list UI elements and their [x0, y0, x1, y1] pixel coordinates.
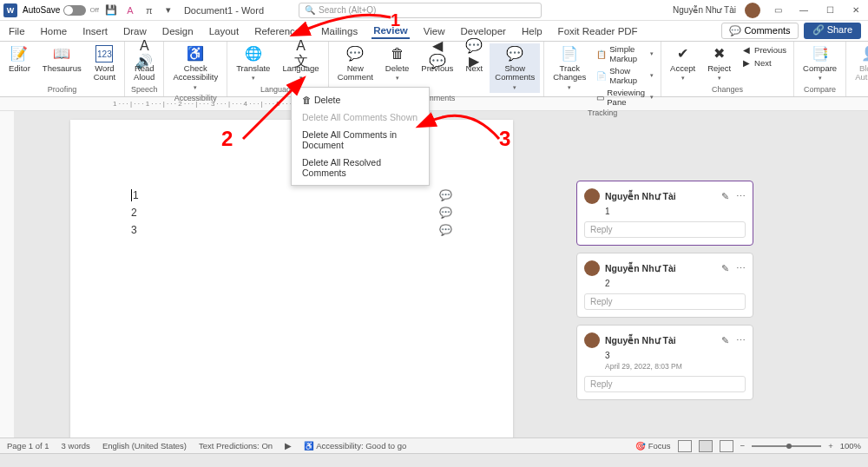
- tab-help[interactable]: Help: [520, 24, 544, 38]
- autosave-toggle[interactable]: AutoSave Off: [23, 5, 99, 16]
- comment-indicator-icon[interactable]: 💬: [439, 224, 452, 236]
- print-layout-icon[interactable]: [699, 440, 713, 452]
- vertical-ruler[interactable]: [0, 111, 14, 454]
- zoom-level[interactable]: 100%: [840, 441, 861, 451]
- save-icon[interactable]: 💾: [104, 3, 118, 17]
- language-icon: A文: [293, 45, 310, 62]
- more-icon[interactable]: ⋯: [736, 335, 746, 346]
- qat-dropdown-icon[interactable]: ▾: [161, 3, 175, 17]
- comment-author: Nguyễn Như Tài: [605, 335, 676, 345]
- edit-icon[interactable]: ✎: [721, 335, 729, 346]
- block-authors-button[interactable]: 👤Block Authors: [850, 43, 868, 84]
- accessibility-icon: ♿: [187, 45, 204, 62]
- maximize-icon[interactable]: ☐: [821, 2, 838, 19]
- tab-developer[interactable]: Developer: [459, 24, 508, 38]
- focus-mode-button[interactable]: 🎯 Focus: [635, 441, 671, 451]
- language-button[interactable]: A文Language▾: [277, 43, 324, 83]
- accessibility-button[interactable]: ♿Check Accessibility▾: [168, 43, 223, 93]
- avatar: [584, 188, 600, 204]
- delete-item[interactable]: 🗑 Delete: [292, 91, 429, 109]
- predictions-status[interactable]: Text Predictions: On: [199, 441, 273, 451]
- comment-card[interactable]: Nguyễn Như Tài✎⋯ 2 Reply: [576, 253, 753, 318]
- search-input[interactable]: 🔍 Search (Alt+Q): [299, 3, 542, 18]
- tab-references[interactable]: References: [253, 24, 307, 38]
- reply-input[interactable]: Reply: [584, 376, 746, 392]
- accessibility-status[interactable]: ♿ Accessibility: Good to go: [304, 441, 406, 451]
- show-markup-button[interactable]: 📄Show Markup ▾: [593, 65, 657, 86]
- edit-icon[interactable]: ✎: [721, 191, 729, 202]
- tab-review[interactable]: Review: [372, 23, 410, 39]
- editor-button[interactable]: 📝Editor: [3, 43, 36, 75]
- track-changes-button[interactable]: 📄Track Changes▾: [548, 43, 591, 93]
- user-name[interactable]: Nguyễn Như Tài: [673, 5, 736, 15]
- status-bar: Page 1 of 1 3 words English (United Stat…: [0, 437, 868, 453]
- translate-button[interactable]: 🌐Translate▾: [231, 43, 275, 83]
- previous-comment-button[interactable]: ◀💬Previous: [416, 43, 458, 75]
- speaker-icon: A🔊: [135, 45, 153, 62]
- previous-icon: ◀💬: [429, 45, 446, 62]
- next-comment-button[interactable]: 💬▶Next: [460, 43, 488, 75]
- language-status[interactable]: English (United States): [102, 441, 187, 451]
- word-count-status[interactable]: 3 words: [62, 441, 90, 451]
- ribbon-options-icon[interactable]: ▭: [769, 2, 786, 19]
- accept-button[interactable]: ✔Accept▾: [665, 43, 700, 83]
- autosave-label: AutoSave: [23, 5, 60, 15]
- reviewing-pane-button[interactable]: ▭Reviewing Pane ▾: [593, 87, 657, 108]
- edit-icon[interactable]: ✎: [721, 263, 729, 274]
- web-layout-icon[interactable]: [720, 440, 733, 452]
- tab-design[interactable]: Design: [161, 24, 195, 38]
- markup-selector[interactable]: 📋Simple Markup ▾: [593, 43, 657, 64]
- read-mode-icon[interactable]: [678, 440, 692, 452]
- tab-layout[interactable]: Layout: [207, 24, 241, 38]
- share-button[interactable]: 🔗 Share: [804, 23, 861, 39]
- tab-home[interactable]: Home: [39, 24, 69, 38]
- next-change-icon: ▶: [741, 57, 752, 68]
- comment-card[interactable]: Nguyễn Như Tài✎⋯ 1 Reply: [576, 181, 753, 246]
- new-comment-button[interactable]: 💬New Comment: [332, 43, 378, 84]
- group-tracking: 📄Track Changes▾ 📋Simple Markup ▾ 📄Show M…: [544, 42, 661, 96]
- readaloud-button[interactable]: A🔊Read Aloud: [128, 43, 160, 84]
- delete-comment-button[interactable]: 🗑Delete▾: [380, 43, 414, 83]
- tab-mailings[interactable]: Mailings: [319, 24, 359, 38]
- zoom-slider[interactable]: [752, 445, 821, 447]
- tab-view[interactable]: View: [422, 24, 447, 38]
- tab-foxit[interactable]: Foxit Reader PDF: [556, 24, 640, 38]
- doc-line-3[interactable]: 3: [131, 224, 137, 236]
- tab-file[interactable]: File: [7, 24, 27, 38]
- macro-icon[interactable]: ▶: [285, 441, 292, 451]
- thesaurus-button[interactable]: 📖Thesaurus: [37, 43, 87, 75]
- equation-icon[interactable]: π: [142, 3, 156, 17]
- avatar[interactable]: [745, 3, 760, 18]
- comment-indicator-icon[interactable]: 💬: [439, 189, 452, 201]
- reject-button[interactable]: ✖Reject▾: [702, 43, 736, 83]
- avatar: [584, 332, 600, 348]
- document-title: Document1 - Word: [184, 5, 264, 16]
- font-format-icon[interactable]: A: [123, 3, 137, 17]
- more-icon[interactable]: ⋯: [736, 263, 746, 274]
- more-icon[interactable]: ⋯: [736, 191, 746, 202]
- main-area: 1💬 2💬 3💬 Nguyễn Như Tài✎⋯ 1 Reply Nguyễn…: [0, 111, 868, 454]
- doc-line-1[interactable]: 1: [131, 189, 139, 201]
- minimize-icon[interactable]: —: [795, 2, 812, 19]
- zoom-in-button[interactable]: +: [828, 441, 833, 451]
- reply-input[interactable]: Reply: [584, 293, 746, 310]
- taskbar: [0, 453, 868, 467]
- prev-change-button[interactable]: ◀Previous: [738, 43, 790, 56]
- wordcount-button[interactable]: 123Word Count: [89, 43, 121, 84]
- page-status[interactable]: Page 1 of 1: [7, 441, 49, 451]
- close-icon[interactable]: ✕: [847, 2, 865, 19]
- tab-insert[interactable]: Insert: [81, 24, 109, 38]
- reply-input[interactable]: Reply: [584, 221, 746, 238]
- delete-all-doc-item[interactable]: Delete All Comments in Document: [292, 126, 429, 154]
- comment-card[interactable]: Nguyễn Như Tài✎⋯ 3 April 29, 2022, 8:03 …: [576, 325, 753, 400]
- show-comments-button[interactable]: 💬Show Comments▾: [490, 43, 540, 93]
- tab-draw[interactable]: Draw: [122, 24, 148, 38]
- delete-resolved-item[interactable]: Delete All Resolved Comments: [292, 154, 429, 181]
- toggle-off-icon[interactable]: [63, 5, 86, 16]
- comments-button[interactable]: 💬 Comments: [721, 23, 798, 39]
- comment-indicator-icon[interactable]: 💬: [439, 207, 452, 219]
- zoom-out-button[interactable]: −: [740, 441, 746, 451]
- compare-button[interactable]: 📑Compare▾: [798, 43, 842, 83]
- doc-line-2[interactable]: 2: [131, 207, 137, 219]
- next-change-button[interactable]: ▶Next: [738, 56, 790, 69]
